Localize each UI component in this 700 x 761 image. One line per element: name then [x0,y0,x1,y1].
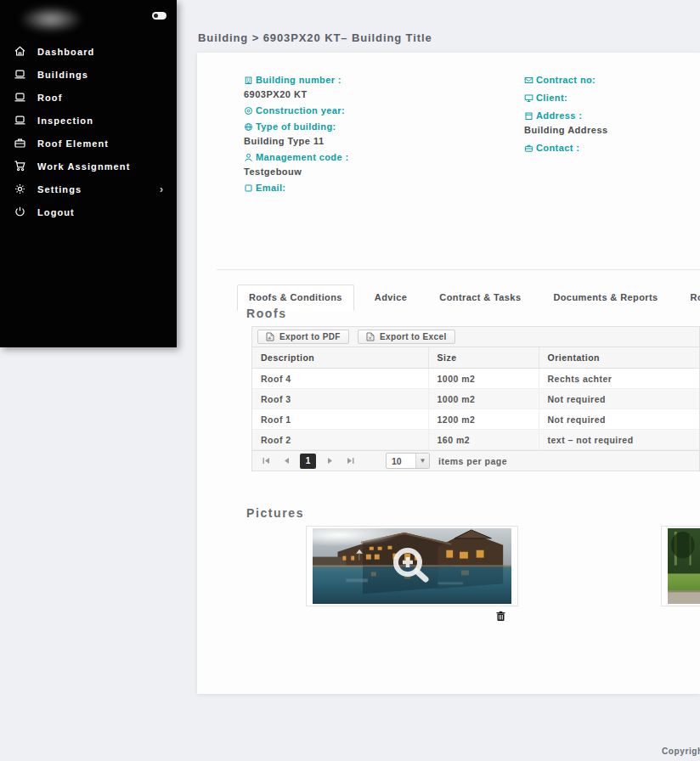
briefcase-icon [524,144,533,153]
toggle-knob [154,14,158,18]
last-page-button[interactable] [343,454,357,468]
export-excel-button[interactable]: Export to Excel [358,330,455,344]
sidebar-item-dashboard[interactable]: Dashboard [0,40,177,63]
detail-tabs: Roofs & Conditions Advice Contract & Tas… [237,285,700,311]
delete-picture-icon[interactable] [495,610,506,621]
building-icon [244,76,253,85]
sidebar-item-roof-element[interactable]: Roof Element [0,132,177,155]
globe-icon [244,122,253,132]
laptop-icon [14,91,26,104]
sidebar-item-label: Roof [37,93,62,103]
sidebar-item-roof[interactable]: Roof [0,86,177,109]
building-detail-card: Building number : 6903PX20 KT Constructi… [197,53,700,694]
table-row[interactable]: Roof 2 160 m2 text – not required [252,430,699,450]
field-value: Building Type 11 [244,134,499,149]
sidebar-toggle[interactable] [152,12,167,20]
sidebar-item-label: Logout [37,207,75,217]
tab-documents-and-reports[interactable]: Documents & Reports [541,285,669,311]
field-label: Type of building: [244,120,499,134]
field-label: Contract no: [524,73,694,87]
person-icon [244,153,253,162]
table-row[interactable]: Roof 1 1200 m2 Not required [252,409,699,430]
box-icon [524,111,533,121]
square-icon [244,183,253,193]
field-management-code: Management code : Testgebouw [244,150,499,179]
target-icon [244,106,253,116]
tab-contract-and-tasks[interactable]: Contract & Tasks [427,285,533,311]
next-page-button[interactable] [323,454,336,468]
table-row[interactable]: Roof 3 1000 m2 Not required [252,389,699,409]
field-label: Contact : [524,141,694,155]
sidebar: Dashboard Buildings Roof Inspection Roof… [0,0,177,347]
field-label: Construction year: [244,104,499,118]
roofs-grid: Export to PDF Export to Excel Descriptio… [251,326,700,471]
sidebar-item-logout[interactable]: Logout [0,200,177,223]
field-address: Address : Building Address [524,109,694,138]
laptop-icon [14,68,26,81]
pdf-file-icon [266,332,274,341]
home-icon [14,45,26,58]
sidebar-item-inspection[interactable]: Inspection [0,109,177,132]
briefcase-icon [14,137,26,149]
power-icon [14,206,26,218]
first-page-button[interactable] [259,454,273,468]
field-client: Client: [524,91,694,105]
app-logo [12,3,105,32]
field-label: Address : [524,109,694,123]
field-value: Building Address [524,123,694,138]
section-divider [217,269,700,270]
column-header-description[interactable]: Description [252,347,428,369]
field-contract-no: Contract no: [524,73,694,87]
cart-icon [14,160,26,172]
gear-icon [14,183,26,195]
sidebar-item-label: Buildings [37,70,88,80]
breadcrumb[interactable]: Building > 6903PX20 KT– Building Title [198,31,432,44]
laptop-icon [14,114,26,127]
sidebar-item-work-assignment[interactable]: Work Assignment [0,155,177,178]
page-number-button[interactable]: 1 [300,454,316,469]
roofs-table: Description Size Orientation Roof 4 1000… [252,347,699,450]
sidebar-item-buildings[interactable]: Buildings [0,63,177,86]
column-header-size[interactable]: Size [428,347,539,369]
monitor-icon [524,93,533,103]
page-size-select[interactable]: 10 ▼ [386,453,430,469]
field-label: Email: [244,181,499,195]
envelope-icon [524,76,533,85]
field-label: Building number : [244,73,499,87]
pictures-section-title: Pictures [246,506,304,520]
sidebar-item-label: Work Assignment [37,161,130,172]
table-row[interactable]: Roof 4 1000 m2 Rechts achter [252,369,699,389]
field-value: 6903PX20 KT [244,87,499,102]
tab-advice[interactable]: Advice [363,285,419,311]
field-label: Management code : [244,150,499,165]
grid-toolbar: Export to PDF Export to Excel [252,327,699,347]
field-label: Client: [524,91,694,105]
field-type-of-building: Type of building: Building Type 11 [244,120,499,149]
sidebar-item-label: Roof Element [37,138,109,149]
sidebar-item-settings[interactable]: Settings › [0,178,177,200]
sidebar-nav: Dashboard Buildings Roof Inspection Roof… [0,37,177,223]
excel-file-icon [366,332,375,341]
sidebar-item-label: Settings [37,184,82,194]
field-contact: Contact : [524,141,694,155]
picture-thumbnail[interactable] [661,526,700,606]
export-pdf-button[interactable]: Export to PDF [257,330,349,344]
sidebar-item-label: Inspection [37,116,93,126]
table-header-row: Description Size Orientation [252,347,699,369]
garden-photo [668,528,700,604]
chevron-down-icon: ▼ [415,454,429,468]
picture-thumbnail[interactable] [306,526,518,606]
tab-roofs-element[interactable]: Roofs Element [679,285,700,311]
previous-page-button[interactable] [279,454,293,468]
roofs-section-title: Roofs [246,307,287,320]
field-email: Email: [244,181,499,195]
copyright-text: Copyright [662,747,700,756]
column-header-orientation[interactable]: Orientation [539,347,699,369]
sidebar-item-label: Dashboard [37,47,94,57]
field-construction-year: Construction year: [244,104,499,118]
chevron-right-icon: › [160,183,163,195]
items-per-page-label: items per page [438,456,507,466]
field-value: Testgebouw [244,165,499,179]
grid-pager: 1 10 ▼ items per page [252,450,699,471]
field-building-number: Building number : 6903PX20 KT [244,73,499,102]
